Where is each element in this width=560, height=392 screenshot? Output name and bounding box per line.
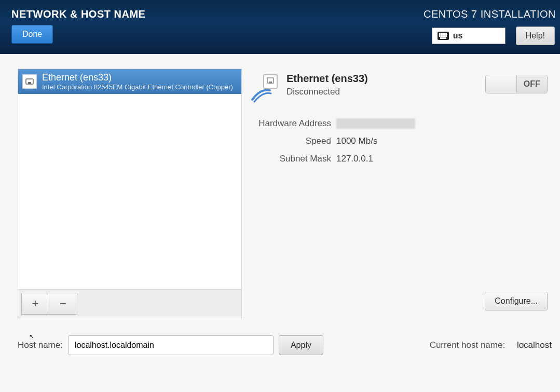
current-hostname-label-text: Current host name:	[430, 340, 506, 350]
hwaddr-label: Hardware Address	[250, 118, 331, 129]
speed-value: 1000 Mb/s	[336, 136, 548, 146]
detail-header-texts: Ethernet (ens33) Disconnected	[286, 73, 368, 97]
svg-rect-5	[439, 35, 441, 37]
current-hostname-value: localhost	[517, 340, 552, 350]
interface-item-texts: Ethernet (ens33) Intel Corporation 82545…	[42, 72, 236, 91]
svg-rect-1	[439, 33, 441, 35]
hostname-input[interactable]	[68, 335, 274, 355]
subnet-label: Subnet Mask	[250, 154, 331, 164]
detail-status: Disconnected	[286, 87, 368, 97]
keyboard-layout-selector[interactable]: us	[432, 28, 506, 44]
svg-rect-2	[441, 33, 443, 35]
done-button[interactable]: Done	[11, 25, 53, 44]
interface-item-title: Ethernet (ens33)	[42, 72, 236, 83]
help-button[interactable]: Help!	[516, 26, 555, 45]
current-hostname-label: Current host name: localhost	[430, 340, 552, 350]
toggle-off-label: OFF	[517, 75, 548, 93]
subnet-value: 127.0.0.1	[336, 154, 548, 164]
redacted-value	[336, 118, 415, 129]
detail-grid: Hardware Address Speed 1000 Mb/s Subnet …	[250, 118, 548, 164]
speed-label: Speed	[250, 136, 331, 146]
installer-title: CENTOS 7 INSTALLATION	[424, 8, 558, 20]
svg-rect-11	[28, 82, 31, 84]
toggle-thumb	[486, 75, 517, 93]
ethernet-large-icon	[250, 73, 283, 105]
hostname-label: Host name: ↖	[18, 340, 63, 350]
hostname-label-text: Host name:	[18, 340, 63, 350]
list-button-bar: + −	[18, 290, 242, 318]
content: Ethernet (ens33) Intel Corporation 82545…	[0, 54, 560, 318]
hwaddr-value	[336, 118, 548, 129]
svg-rect-7	[443, 35, 445, 37]
connection-toggle[interactable]: OFF	[485, 75, 548, 93]
header: NETWORK & HOST NAME Done CENTOS 7 INSTAL…	[0, 0, 560, 54]
svg-rect-8	[445, 35, 447, 37]
svg-rect-4	[445, 33, 447, 35]
cursor-icon: ↖	[29, 333, 34, 340]
svg-rect-3	[443, 33, 445, 35]
add-interface-button[interactable]: +	[21, 293, 49, 315]
svg-rect-14	[269, 82, 272, 84]
interface-list[interactable]: Ethernet (ens33) Intel Corporation 82545…	[18, 69, 242, 290]
header-right: CENTOS 7 INSTALLATION us Help!	[424, 8, 560, 45]
remove-interface-button[interactable]: −	[49, 293, 77, 315]
ethernet-icon	[22, 74, 37, 89]
keyboard-layout-label: us	[453, 31, 463, 40]
interface-item-ens33[interactable]: Ethernet (ens33) Intel Corporation 82545…	[18, 69, 241, 94]
detail-title: Ethernet (ens33)	[286, 73, 368, 85]
apply-hostname-button[interactable]: Apply	[279, 335, 323, 355]
hostname-row: Host name: ↖ Apply Current host name: lo…	[18, 335, 552, 355]
detail-column: Ethernet (ens33) Disconnected OFF Hardwa…	[242, 69, 548, 318]
header-right-row: us Help!	[432, 26, 558, 45]
svg-rect-6	[441, 35, 443, 37]
svg-rect-9	[440, 37, 446, 39]
interface-item-subtitle: Intel Corporation 82545EM Gigabit Ethern…	[42, 83, 236, 91]
configure-button[interactable]: Configure...	[485, 292, 548, 310]
keyboard-icon	[438, 32, 449, 40]
interface-list-column: Ethernet (ens33) Intel Corporation 82545…	[18, 69, 242, 318]
